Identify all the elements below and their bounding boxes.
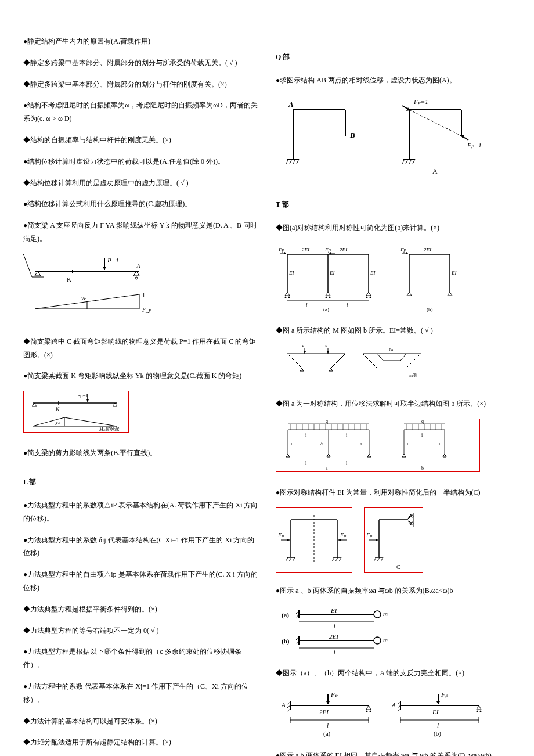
svg-text:C: C [396,564,400,570]
svg-line-16 [33,417,64,426]
diagram-two-beams-reaction: A Fₚ 2EI l (a) A Fₚ EI [276,688,511,737]
svg-line-86 [406,354,421,368]
label-one: 1 [142,292,145,298]
svg-line-2 [23,254,32,277]
label-yk: yₖ [81,295,86,301]
svg-text:l: l [334,622,335,629]
text-item: ●求图示结构 AB 两点的相对线位移，虚设力状态为图(A)。 [276,74,511,87]
text-item: ◆图 a 所示结构的 M 图如图 b 所示。EI=常数。( √ ) [276,324,511,337]
right-column: Q 部 ●求图示结构 AB 两点的相对线位移，虚设力状态为图(A)。 A B F [276,35,511,756]
text-item: ◆力矩分配法适用于所有超静定结构的计算。(×) [23,736,258,749]
svg-text:2EI: 2EI [302,247,310,253]
svg-line-38 [413,159,415,164]
text-item: ●图示 a,b 两体系的 EI 相同，其自振频率 wa 与 wb 的关系为(D.… [276,749,511,756]
svg-point-53 [366,296,368,298]
svg-text:Fp=1: Fp=1 [77,393,88,398]
svg-point-187 [366,710,368,712]
svg-line-78 [287,354,302,368]
svg-line-152 [374,557,376,561]
svg-text:l: l [306,302,308,308]
text-item: ◆简支梁跨中 C 截面弯矩影响线的物理意义是荷载 P=1 作用在截面 C 的弯矩… [23,335,258,362]
svg-line-27 [286,159,288,164]
svg-text:i: i [291,441,293,447]
svg-text:l: l [305,460,307,466]
svg-text:K: K [55,406,60,412]
svg-text:EI: EI [288,270,294,276]
svg-text:EI: EI [330,607,338,614]
svg-line-79 [331,354,345,368]
svg-text:yₖ: yₖ [55,420,60,425]
svg-line-35 [402,159,405,164]
text-item: ◆结构的自振频率与结构中杆件的刚度无关。(×) [23,134,258,147]
text-item: ◆结构位移计算利用的是虚功原理中的虚力原理。( √ ) [23,177,258,190]
diagram-frame-AB: A B Fₚ=1 Fₚ=1 A [276,95,511,182]
text-item: ●结构位移计算公式利用什么原理推导的(C.虚功原理)。 [23,197,258,211]
svg-line-139 [289,557,291,561]
label-P1: P=1 [107,257,119,264]
svg-text:l: l [334,649,335,655]
svg-point-52 [329,296,331,298]
text-item: ●简支梁某截面 K 弯矩影响线纵坐标 Yk 的物理意义是(C.截面 K 的弯矩) [23,369,258,383]
section-header-Q: Q 部 [276,52,511,62]
svg-text:i: i [439,441,441,447]
svg-line-39 [409,110,461,136]
svg-text:i: i [407,441,409,447]
svg-text:Fₚ: Fₚ [366,532,373,538]
svg-text:Mₖ影响线: Mₖ影响线 [99,427,120,432]
text-item: ◆图 a 为一对称结构，用位移法求解时可取半边结构如图 b 所示。(×) [276,397,511,411]
text-item: ●力法典型方程是根据以下哪个条件得到的（c 多余约束处的位移协调条件）。 [23,645,258,672]
text-item: ◆力法典型方程的等号右端项不一定为 0( √ ) [23,624,258,638]
svg-line-154 [381,557,383,561]
svg-text:(a): (a) [323,730,331,737]
text-item: ●静定结构产生内力的原因有(A.荷载作用) [23,35,258,48]
svg-text:A: A [281,701,286,708]
svg-text:Fₚ: Fₚ [340,532,347,538]
svg-text:EI: EI [432,708,439,715]
svg-text:M图: M图 [409,373,417,378]
svg-text:m: m [383,610,388,617]
svg-point-49 [285,296,287,298]
svg-text:2i: 2i [320,441,324,447]
diagram-beam-influence-line: K P=1 A yₖ 1 F_yA 影响线 [23,254,258,318]
diagram-half-symmetric: Fₚ Fₚ Fₚ C [276,507,511,573]
text-item: ●简支梁的剪力影响线为两条(B.平行直线)。 [23,447,258,460]
label-A: A [136,262,140,269]
svg-line-142 [332,557,334,561]
text-item: ◆图(a)对称结构利用对称性可简化为图(b)来计算。(×) [276,221,511,235]
svg-text:l: l [346,460,348,466]
svg-text:Fₚ: Fₚ [330,691,338,698]
svg-text:Fp: Fp [278,247,284,253]
svg-text:i: i [360,441,362,447]
section-header-L: L 部 [23,477,258,487]
svg-text:i: i [305,433,307,438]
svg-line-153 [377,557,380,561]
svg-text:l: l [327,722,329,729]
text-item: ●力法方程中的系数 代表基本体系在 Xj=1 作用下产生的（C、Xi 方向的位移… [23,680,258,707]
svg-line-30 [297,159,299,164]
svg-text:EI: EI [329,270,335,276]
text-item: ●力法典型方程中的系数 δij 代表基本结构在(C Xi=1 作用下产生的 Xi… [23,534,258,560]
svg-point-176 [374,637,381,644]
svg-text:q: q [326,419,328,424]
svg-line-17 [64,417,117,426]
text-item: ●图示 a 、b 两体系的自振频率ωa 与ωb 的关系为(B.ωa<ω)b [276,584,511,597]
text-item: ●力法典型方程中的系数项△iP 表示基本结构在(A. 荷载作用下产生的 Xi 方… [23,499,258,525]
label-fya: F_yA 影响线 [142,307,151,313]
svg-line-29 [293,159,295,164]
svg-text:q: q [421,419,424,424]
label-K: K [67,276,71,283]
svg-text:EI: EI [370,270,376,276]
svg-text:Fₚ=1: Fₚ=1 [413,98,428,105]
text-item: ◆力法典型方程是根据平衡条件得到的。(×) [23,603,258,616]
diagram-moment-influence-line: K Fp=1 yₖ Mₖ影响线 [23,391,258,435]
text-item: ◆力法计算的基本结构可以是可变体系。(×) [23,715,258,728]
svg-text:Fp: Fp [324,247,331,253]
text-item: ●力法典型方程中的自由项△ip 是基本体系在荷载作用下产生的(C. X i 方向… [23,568,258,595]
svg-point-3 [135,277,138,279]
svg-line-28 [290,159,292,164]
svg-text:Fₚ=1: Fₚ=1 [467,142,482,149]
diagram-cantilever-mass: (a) m EI l (b) m 2EI l [276,606,511,655]
svg-line-144 [339,557,341,561]
svg-text:Pa: Pa [389,347,394,352]
svg-text:m: m [383,636,388,643]
